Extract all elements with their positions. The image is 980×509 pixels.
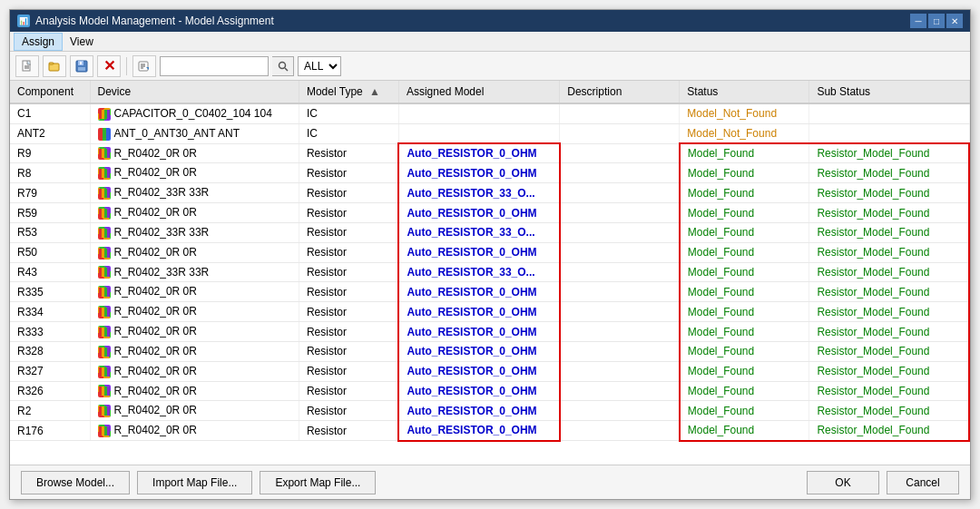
cell-component: R79 [10,183,90,203]
svg-rect-59 [99,328,102,337]
main-content: Component Device Model Type ▲ Assigned M… [10,81,970,465]
cell-description [560,123,680,143]
svg-rect-25 [104,149,107,158]
svg-rect-63 [99,347,102,357]
table-row[interactable]: R334R_R0402_0R 0RResistorAuto_RESISTOR_0… [10,302,969,322]
cell-substatus [809,103,969,123]
toolbar: ✕ ALL [10,52,970,81]
cell-substatus: Resistor_Model_Found [809,163,969,183]
col-header-device[interactable]: Device [90,81,299,103]
cell-status: Model_Found [680,421,809,441]
cell-description [560,322,680,342]
cell-status: Model_Found [680,381,809,401]
svg-rect-58 [107,308,110,317]
col-header-status[interactable]: Status [680,81,809,103]
table-container[interactable]: Component Device Model Type ▲ Assigned M… [10,81,970,465]
cell-component: R327 [10,361,90,381]
svg-rect-77 [104,406,107,416]
substatus-badge: Resistor_Model_Found [817,226,929,239]
toolbar-new-button[interactable] [15,55,39,77]
table-row[interactable]: R8R_R0402_0R 0RResistorAuto_RESISTOR_0_O… [10,163,969,183]
svg-rect-39 [99,229,102,238]
sort-arrow-modeltype: ▲ [369,85,380,98]
substatus-badge: Resistor_Model_Found [817,147,929,160]
status-badge: Model_Found [688,385,754,397]
svg-rect-75 [99,406,102,416]
cell-assigned-model: Auto_RESISTOR_0_OHM [398,381,559,401]
col-header-assigned[interactable]: Assigned Model [398,81,559,103]
svg-rect-23 [99,149,102,158]
maximize-button[interactable]: □ [928,14,945,28]
cell-description [560,183,680,203]
cell-modeltype: Resistor [299,381,398,401]
toolbar-export-button[interactable] [132,55,156,77]
table-row[interactable]: R328R_R0402_0R 0RResistorAuto_RESISTOR_0… [10,341,969,361]
toolbar-open-button[interactable] [43,55,66,77]
substatus-badge: Resistor_Model_Found [817,306,929,318]
ok-button[interactable]: OK [807,471,879,494]
cell-modeltype: Resistor [299,143,398,163]
footer-right-buttons: OK Cancel [807,471,959,494]
table-row[interactable]: ANT2ANT_0_ANT30_ANT ANTICModel_Not_Found [10,123,969,143]
cell-device: R_R0402_0R 0R [90,143,299,163]
save-icon [75,60,88,73]
cell-component: R2 [10,401,90,421]
search-button[interactable] [272,56,294,76]
cell-component: R53 [10,222,90,242]
status-badge: Model_Found [688,167,754,180]
cell-device: R_R0402_0R 0R [90,341,299,361]
browse-model-button[interactable]: Browse Model... [21,471,130,494]
table-row[interactable]: R59R_R0402_0R 0RResistorAuto_RESISTOR_0_… [10,203,969,223]
cell-modeltype: Resistor [299,262,398,282]
svg-line-15 [285,68,288,71]
import-map-button[interactable]: Import Map File... [137,471,252,494]
table-row[interactable]: R333R_R0402_0R 0RResistorAuto_RESISTOR_0… [10,322,969,342]
cell-assigned-model: Auto_RESISTOR_0_OHM [398,242,559,262]
svg-rect-26 [107,149,110,158]
table-row[interactable]: R79R_R0402_33R 33RResistorAuto_RESISTOR_… [10,183,969,203]
table-row[interactable]: R176R_R0402_0R 0RResistorAuto_RESISTOR_0… [10,421,969,441]
toolbar-delete-button[interactable]: ✕ [97,55,121,77]
table-row[interactable]: R327R_R0402_0R 0RResistorAuto_RESISTOR_0… [10,361,969,381]
export-map-button[interactable]: Export Map File... [260,471,376,494]
cell-substatus: Resistor_Model_Found [809,421,969,441]
col-header-description[interactable]: Description [560,81,680,103]
table-row[interactable]: R9R_R0402_0R 0RResistorAuto_RESISTOR_0_O… [10,143,969,163]
col-header-modeltype[interactable]: Model Type ▲ [299,81,398,103]
table-row[interactable]: C1CAPACITOR_0_C0402_104 104ICModel_Not_F… [10,103,969,123]
svg-rect-56 [102,308,104,317]
cell-device: R_R0402_0R 0R [90,163,299,183]
cell-description [560,401,680,421]
cell-substatus: Resistor_Model_Found [809,222,969,242]
close-button[interactable]: ✕ [946,14,963,28]
filter-select[interactable]: ALL [298,56,341,76]
table-row[interactable]: R50R_R0402_0R 0RResistorAuto_RESISTOR_0_… [10,242,969,262]
menu-item-view[interactable]: View [63,34,101,50]
svg-rect-17 [102,110,104,119]
table-row[interactable]: R53R_R0402_33R 33RResistorAuto_RESISTOR_… [10,222,969,242]
table-row[interactable]: R335R_R0402_0R 0RResistorAuto_RESISTOR_0… [10,282,969,302]
title-bar-controls: ─ □ ✕ [910,14,963,28]
table-row[interactable]: R2R_R0402_0R 0RResistorAuto_RESISTOR_0_O… [10,401,969,421]
cell-component: R8 [10,163,90,183]
svg-rect-52 [102,288,104,297]
table-row[interactable]: R326R_R0402_0R 0RResistorAuto_RESISTOR_0… [10,381,969,401]
svg-rect-30 [107,169,110,178]
col-header-substatus[interactable]: Sub Status [809,81,969,103]
status-badge: Model_Found [688,207,754,220]
substatus-badge: Resistor_Model_Found [817,345,929,357]
menu-item-assign[interactable]: Assign [14,33,63,51]
cell-modeltype: Resistor [299,282,398,302]
cell-assigned-model: Auto_RESISTOR_0_OHM [398,401,559,421]
device-icon [98,247,111,259]
search-input[interactable] [160,56,269,76]
cancel-button[interactable]: Cancel [887,471,959,494]
svg-rect-42 [107,229,110,238]
status-badge: Model_Found [688,286,754,299]
toolbar-save-button[interactable] [70,55,93,77]
table-row[interactable]: R43R_R0402_33R 33RResistorAuto_RESISTOR_… [10,262,969,282]
svg-rect-82 [107,426,110,436]
minimize-button[interactable]: ─ [910,14,926,28]
cell-assigned-model: Auto_RESISTOR_0_OHM [398,322,559,342]
col-header-component[interactable]: Component [10,81,90,103]
